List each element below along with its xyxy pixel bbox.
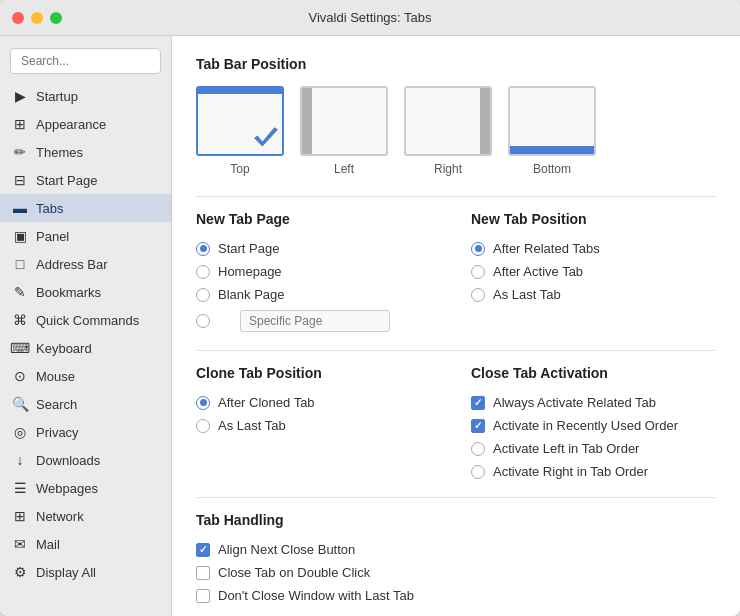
close-tab-col: Close Tab Activation Always Activate Rel… (471, 365, 716, 479)
close-always-related-label: Always Activate Related Tab (493, 395, 656, 410)
radio-activate-right[interactable] (471, 465, 485, 479)
top-bar (198, 88, 282, 94)
sidebar-item-address-bar[interactable]: □Address Bar (0, 250, 171, 278)
tab-pos-left[interactable]: Left (300, 86, 388, 176)
sidebar-item-keyboard[interactable]: ⌨Keyboard (0, 334, 171, 362)
handling-close-double-label: Close Tab on Double Click (218, 565, 370, 580)
close-activate-left-label: Activate Left in Tab Order (493, 441, 639, 456)
minimize-button[interactable] (31, 12, 43, 24)
sidebar-item-mouse[interactable]: ⊙Mouse (0, 362, 171, 390)
divider-1 (196, 196, 716, 197)
sidebar-label-address-bar: Address Bar (36, 257, 108, 272)
maximize-button[interactable] (50, 12, 62, 24)
radio-blank-page[interactable] (196, 288, 210, 302)
tab-pos-bottom-preview (508, 86, 596, 156)
handling-align-close-label: Align Next Close Button (218, 542, 355, 557)
radio-after-related[interactable] (471, 242, 485, 256)
settings-window: Vivaldi Settings: Tabs ▶Startup⊞Appearan… (0, 0, 740, 616)
handling-close-double[interactable]: Close Tab on Double Click (196, 565, 716, 580)
network-icon: ⊞ (12, 508, 28, 524)
cb-close-double[interactable] (196, 566, 210, 580)
new-tab-section: New Tab Page Start Page Homepage Blan (196, 211, 716, 332)
new-tab-page-title: New Tab Page (196, 211, 441, 227)
start-page-icon: ⊟ (12, 172, 28, 188)
sidebar-item-panel[interactable]: ▣Panel (0, 222, 171, 250)
sidebar-item-network[interactable]: ⊞Network (0, 502, 171, 530)
close-activate-left[interactable]: Activate Left in Tab Order (471, 441, 716, 456)
sidebar-item-bookmarks[interactable]: ✎Bookmarks (0, 278, 171, 306)
tab-pos-bottom[interactable]: Bottom (508, 86, 596, 176)
sidebar-label-appearance: Appearance (36, 117, 106, 132)
sidebar-item-tabs[interactable]: ▬Tabs (0, 194, 171, 222)
tabs-icon: ▬ (12, 200, 28, 216)
mail-icon: ✉ (12, 536, 28, 552)
sidebar-item-downloads[interactable]: ↓Downloads (0, 446, 171, 474)
sidebar-label-bookmarks: Bookmarks (36, 285, 101, 300)
new-tab-position-col: New Tab Position After Related Tabs Afte… (471, 211, 716, 332)
tab-pos-right-label: Right (434, 162, 462, 176)
sidebar-label-network: Network (36, 509, 84, 524)
sidebar-item-privacy[interactable]: ◎Privacy (0, 418, 171, 446)
close-button[interactable] (12, 12, 24, 24)
radio-as-last[interactable] (471, 288, 485, 302)
close-always-related[interactable]: Always Activate Related Tab (471, 395, 716, 410)
sidebar-item-display-all[interactable]: ⚙Display All (0, 558, 171, 586)
pos-after-active[interactable]: After Active Tab (471, 264, 716, 279)
traffic-lights (12, 12, 62, 24)
sidebar-item-startup[interactable]: ▶Startup (0, 82, 171, 110)
tab-pos-right[interactable]: Right (404, 86, 492, 176)
sidebar-item-quick-commands[interactable]: ⌘Quick Commands (0, 306, 171, 334)
tab-positions-group: Top Left Right (196, 86, 716, 176)
new-tab-homepage-label: Homepage (218, 264, 282, 279)
clone-after-cloned[interactable]: After Cloned Tab (196, 395, 441, 410)
display-all-icon: ⚙ (12, 564, 28, 580)
new-tab-start-page[interactable]: Start Page (196, 241, 441, 256)
divider-3 (196, 497, 716, 498)
window-title: Vivaldi Settings: Tabs (308, 10, 431, 25)
radio-start-page[interactable] (196, 242, 210, 256)
new-tab-position-group: After Related Tabs After Active Tab As L… (471, 241, 716, 302)
pos-as-last[interactable]: As Last Tab (471, 287, 716, 302)
radio-clone-last[interactable] (196, 419, 210, 433)
themes-icon: ✏ (12, 144, 28, 160)
pos-after-related[interactable]: After Related Tabs (471, 241, 716, 256)
sidebar-item-webpages[interactable]: ☰Webpages (0, 474, 171, 502)
sidebar-item-search[interactable]: 🔍Search (0, 390, 171, 418)
radio-activate-left[interactable] (471, 442, 485, 456)
radio-after-cloned[interactable] (196, 396, 210, 410)
sidebar-item-start-page[interactable]: ⊟Start Page (0, 166, 171, 194)
new-tab-blank-page[interactable]: Blank Page (196, 287, 441, 302)
cb-dont-close[interactable] (196, 589, 210, 603)
clone-close-section: Clone Tab Position After Cloned Tab As L… (196, 365, 716, 479)
webpages-icon: ☰ (12, 480, 28, 496)
handling-dont-close[interactable]: Don't Close Window with Last Tab (196, 588, 716, 603)
search-icon: 🔍 (12, 396, 28, 412)
specific-page-input[interactable] (240, 310, 390, 332)
close-tab-title: Close Tab Activation (471, 365, 716, 381)
tab-handling-title: Tab Handling (196, 512, 716, 528)
new-tab-specific-page[interactable] (196, 310, 441, 332)
close-recently-used[interactable]: Activate in Recently Used Order (471, 418, 716, 433)
new-tab-homepage[interactable]: Homepage (196, 264, 441, 279)
search-input[interactable] (10, 48, 161, 74)
tab-pos-top[interactable]: Top (196, 86, 284, 176)
cb-align-close[interactable] (196, 543, 210, 557)
right-bar (480, 88, 490, 154)
radio-after-active[interactable] (471, 265, 485, 279)
bookmarks-icon: ✎ (12, 284, 28, 300)
sidebar-label-mouse: Mouse (36, 369, 75, 384)
sidebar-label-keyboard: Keyboard (36, 341, 92, 356)
close-activate-right-label: Activate Right in Tab Order (493, 464, 648, 479)
close-activate-right[interactable]: Activate Right in Tab Order (471, 464, 716, 479)
clone-as-last[interactable]: As Last Tab (196, 418, 441, 433)
cb-recently-used[interactable] (471, 419, 485, 433)
radio-specific-page[interactable] (196, 314, 210, 328)
sidebar-item-mail[interactable]: ✉Mail (0, 530, 171, 558)
sidebar-item-appearance[interactable]: ⊞Appearance (0, 110, 171, 138)
tab-pos-left-label: Left (334, 162, 354, 176)
cb-always-related[interactable] (471, 396, 485, 410)
sidebar-label-downloads: Downloads (36, 453, 100, 468)
handling-align-close[interactable]: Align Next Close Button (196, 542, 716, 557)
sidebar-item-themes[interactable]: ✏Themes (0, 138, 171, 166)
radio-homepage[interactable] (196, 265, 210, 279)
